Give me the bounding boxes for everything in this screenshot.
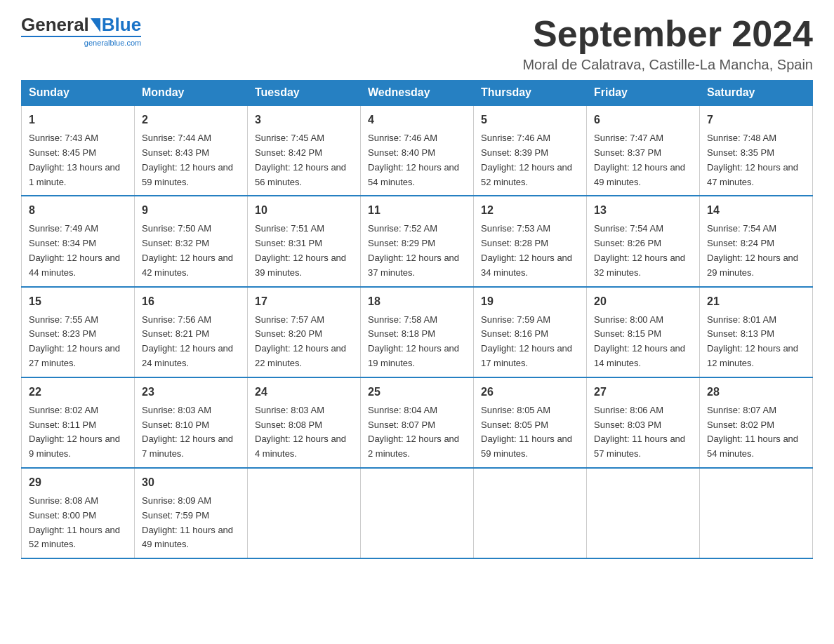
day-cell: 23 Sunrise: 8:03 AM Sunset: 8:10 PM Dayl… bbox=[135, 377, 248, 468]
logo-blue-text: Blue bbox=[102, 14, 141, 36]
day-cell: 15 Sunrise: 7:55 AM Sunset: 8:23 PM Dayl… bbox=[22, 287, 135, 377]
day-cell bbox=[700, 468, 813, 558]
day-info: Sunrise: 8:03 AM Sunset: 8:10 PM Dayligh… bbox=[142, 403, 240, 462]
day-number: 8 bbox=[29, 202, 127, 219]
page-header: General Blue generalblue.com September 2… bbox=[21, 14, 813, 73]
logo-general-text: General bbox=[21, 14, 89, 36]
day-cell bbox=[248, 468, 361, 558]
day-number: 3 bbox=[255, 112, 353, 128]
day-number: 2 bbox=[142, 112, 240, 128]
day-number: 7 bbox=[707, 112, 805, 128]
day-number: 5 bbox=[481, 112, 579, 128]
header-saturday: Saturday bbox=[700, 81, 813, 106]
day-cell: 9 Sunrise: 7:50 AM Sunset: 8:32 PM Dayli… bbox=[135, 196, 248, 286]
day-cell: 12 Sunrise: 7:53 AM Sunset: 8:28 PM Dayl… bbox=[474, 196, 587, 286]
header-friday: Friday bbox=[587, 81, 700, 106]
day-number: 18 bbox=[368, 293, 466, 310]
day-cell: 14 Sunrise: 7:54 AM Sunset: 8:24 PM Dayl… bbox=[700, 196, 813, 286]
week-row-3: 15 Sunrise: 7:55 AM Sunset: 8:23 PM Dayl… bbox=[22, 287, 813, 377]
day-cell: 2 Sunrise: 7:44 AM Sunset: 8:43 PM Dayli… bbox=[135, 105, 248, 196]
day-cell: 16 Sunrise: 7:56 AM Sunset: 8:21 PM Dayl… bbox=[135, 287, 248, 377]
calendar-subtitle: Moral de Calatrava, Castille-La Mancha, … bbox=[522, 57, 813, 73]
day-info: Sunrise: 7:44 AM Sunset: 8:43 PM Dayligh… bbox=[142, 131, 240, 189]
day-cell bbox=[587, 468, 700, 558]
day-number: 14 bbox=[707, 202, 805, 219]
day-number: 21 bbox=[707, 293, 805, 310]
day-cell: 27 Sunrise: 8:06 AM Sunset: 8:03 PM Dayl… bbox=[587, 377, 700, 468]
day-cell: 26 Sunrise: 8:05 AM Sunset: 8:05 PM Dayl… bbox=[474, 377, 587, 468]
day-cell: 19 Sunrise: 7:59 AM Sunset: 8:16 PM Dayl… bbox=[474, 287, 587, 377]
day-number: 28 bbox=[707, 384, 805, 401]
day-info: Sunrise: 8:06 AM Sunset: 8:03 PM Dayligh… bbox=[594, 403, 692, 462]
day-info: Sunrise: 7:55 AM Sunset: 8:23 PM Dayligh… bbox=[29, 313, 127, 371]
day-cell: 28 Sunrise: 8:07 AM Sunset: 8:02 PM Dayl… bbox=[700, 377, 813, 468]
week-row-1: 1 Sunrise: 7:43 AM Sunset: 8:45 PM Dayli… bbox=[22, 105, 813, 196]
day-info: Sunrise: 7:49 AM Sunset: 8:34 PM Dayligh… bbox=[29, 222, 127, 280]
day-info: Sunrise: 7:59 AM Sunset: 8:16 PM Dayligh… bbox=[481, 313, 579, 371]
day-info: Sunrise: 7:50 AM Sunset: 8:32 PM Dayligh… bbox=[142, 222, 240, 280]
day-cell: 29 Sunrise: 8:08 AM Sunset: 8:00 PM Dayl… bbox=[22, 468, 135, 558]
day-number: 22 bbox=[29, 384, 127, 401]
header-wednesday: Wednesday bbox=[361, 81, 474, 106]
day-info: Sunrise: 7:54 AM Sunset: 8:24 PM Dayligh… bbox=[707, 222, 805, 280]
day-number: 24 bbox=[255, 384, 353, 401]
header-thursday: Thursday bbox=[474, 81, 587, 106]
day-cell: 1 Sunrise: 7:43 AM Sunset: 8:45 PM Dayli… bbox=[22, 105, 135, 196]
day-number: 15 bbox=[29, 293, 127, 310]
day-info: Sunrise: 7:46 AM Sunset: 8:40 PM Dayligh… bbox=[368, 131, 466, 189]
day-number: 10 bbox=[255, 202, 353, 219]
calendar-title: September 2024 bbox=[522, 14, 813, 54]
day-number: 30 bbox=[142, 474, 240, 491]
day-cell: 11 Sunrise: 7:52 AM Sunset: 8:29 PM Dayl… bbox=[361, 196, 474, 286]
day-cell bbox=[474, 468, 587, 558]
week-row-4: 22 Sunrise: 8:02 AM Sunset: 8:11 PM Dayl… bbox=[22, 377, 813, 468]
day-number: 26 bbox=[481, 384, 579, 401]
day-cell: 7 Sunrise: 7:48 AM Sunset: 8:35 PM Dayli… bbox=[700, 105, 813, 196]
title-block: September 2024 Moral de Calatrava, Casti… bbox=[522, 14, 813, 73]
day-cell: 30 Sunrise: 8:09 AM Sunset: 7:59 PM Dayl… bbox=[135, 468, 248, 558]
week-row-2: 8 Sunrise: 7:49 AM Sunset: 8:34 PM Dayli… bbox=[22, 196, 813, 286]
day-cell: 6 Sunrise: 7:47 AM Sunset: 8:37 PM Dayli… bbox=[587, 105, 700, 196]
day-cell: 3 Sunrise: 7:45 AM Sunset: 8:42 PM Dayli… bbox=[248, 105, 361, 196]
day-number: 23 bbox=[142, 384, 240, 401]
day-number: 12 bbox=[481, 202, 579, 219]
day-info: Sunrise: 8:02 AM Sunset: 8:11 PM Dayligh… bbox=[29, 403, 127, 462]
day-cell: 13 Sunrise: 7:54 AM Sunset: 8:26 PM Dayl… bbox=[587, 196, 700, 286]
day-cell: 25 Sunrise: 8:04 AM Sunset: 8:07 PM Dayl… bbox=[361, 377, 474, 468]
day-info: Sunrise: 7:53 AM Sunset: 8:28 PM Dayligh… bbox=[481, 222, 579, 280]
logo-underline: generalblue.com bbox=[21, 36, 141, 47]
day-info: Sunrise: 8:04 AM Sunset: 8:07 PM Dayligh… bbox=[368, 403, 466, 462]
calendar-table: SundayMondayTuesdayWednesdayThursdayFrid… bbox=[21, 80, 813, 559]
day-info: Sunrise: 7:43 AM Sunset: 8:45 PM Dayligh… bbox=[29, 131, 127, 189]
header-row: SundayMondayTuesdayWednesdayThursdayFrid… bbox=[22, 81, 813, 106]
header-monday: Monday bbox=[135, 81, 248, 106]
day-info: Sunrise: 8:03 AM Sunset: 8:08 PM Dayligh… bbox=[255, 403, 353, 462]
day-info: Sunrise: 7:54 AM Sunset: 8:26 PM Dayligh… bbox=[594, 222, 692, 280]
day-number: 19 bbox=[481, 293, 579, 310]
day-info: Sunrise: 7:57 AM Sunset: 8:20 PM Dayligh… bbox=[255, 313, 353, 371]
day-number: 27 bbox=[594, 384, 692, 401]
day-info: Sunrise: 7:45 AM Sunset: 8:42 PM Dayligh… bbox=[255, 131, 353, 189]
day-cell: 22 Sunrise: 8:02 AM Sunset: 8:11 PM Dayl… bbox=[22, 377, 135, 468]
day-info: Sunrise: 7:48 AM Sunset: 8:35 PM Dayligh… bbox=[707, 131, 805, 189]
day-number: 25 bbox=[368, 384, 466, 401]
day-info: Sunrise: 8:00 AM Sunset: 8:15 PM Dayligh… bbox=[594, 313, 692, 371]
day-cell: 8 Sunrise: 7:49 AM Sunset: 8:34 PM Dayli… bbox=[22, 196, 135, 286]
day-info: Sunrise: 8:09 AM Sunset: 7:59 PM Dayligh… bbox=[142, 494, 240, 552]
day-number: 20 bbox=[594, 293, 692, 310]
day-number: 16 bbox=[142, 293, 240, 310]
day-number: 17 bbox=[255, 293, 353, 310]
day-cell: 20 Sunrise: 8:00 AM Sunset: 8:15 PM Dayl… bbox=[587, 287, 700, 377]
day-info: Sunrise: 7:51 AM Sunset: 8:31 PM Dayligh… bbox=[255, 222, 353, 280]
day-number: 1 bbox=[29, 112, 127, 128]
header-sunday: Sunday bbox=[22, 81, 135, 106]
day-info: Sunrise: 7:56 AM Sunset: 8:21 PM Dayligh… bbox=[142, 313, 240, 371]
day-cell: 4 Sunrise: 7:46 AM Sunset: 8:40 PM Dayli… bbox=[361, 105, 474, 196]
day-info: Sunrise: 7:58 AM Sunset: 8:18 PM Dayligh… bbox=[368, 313, 466, 371]
day-cell: 24 Sunrise: 8:03 AM Sunset: 8:08 PM Dayl… bbox=[248, 377, 361, 468]
day-info: Sunrise: 8:08 AM Sunset: 8:00 PM Dayligh… bbox=[29, 494, 127, 552]
logo: General Blue generalblue.com bbox=[21, 14, 141, 47]
day-cell: 18 Sunrise: 7:58 AM Sunset: 8:18 PM Dayl… bbox=[361, 287, 474, 377]
day-cell: 17 Sunrise: 7:57 AM Sunset: 8:20 PM Dayl… bbox=[248, 287, 361, 377]
day-info: Sunrise: 7:46 AM Sunset: 8:39 PM Dayligh… bbox=[481, 131, 579, 189]
